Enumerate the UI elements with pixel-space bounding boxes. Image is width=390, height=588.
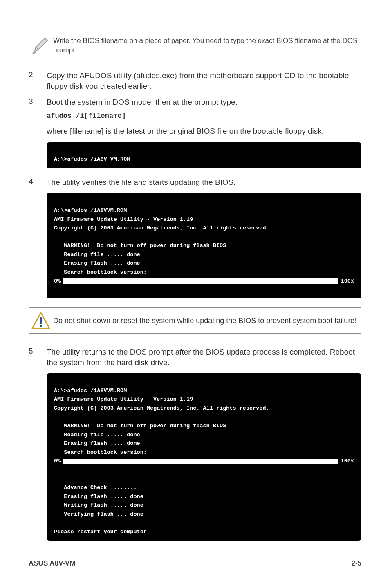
command-text: afudos /i[filename] bbox=[47, 112, 361, 121]
svg-point-1 bbox=[40, 325, 42, 327]
note-text: Write the BIOS filename on a piece of pa… bbox=[53, 36, 361, 55]
terminal-line: Copyright (C) 2003 American Megatrends, … bbox=[54, 405, 269, 411]
terminal-line: Writing flash ..... done bbox=[54, 502, 143, 508]
terminal-line: AMI Firmware Update Utility - Version 1.… bbox=[54, 216, 193, 222]
warning-icon bbox=[29, 312, 53, 329]
terminal-line: Erasing flash .... done bbox=[54, 260, 140, 266]
step-text: Boot the system in DOS mode, then at the… bbox=[47, 97, 361, 136]
step-3-where: where [filename] is the latest or the or… bbox=[47, 126, 361, 137]
terminal-line: Reading file ..... done bbox=[54, 432, 140, 438]
step-number: 4. bbox=[29, 177, 47, 188]
step-number: 5. bbox=[29, 347, 47, 368]
terminal-line: Please restart your computer bbox=[54, 529, 147, 535]
step-5: 5. The utility returns to the DOS prompt… bbox=[29, 347, 361, 368]
progress-left: 0% bbox=[54, 277, 61, 286]
progress-bar bbox=[63, 459, 338, 464]
terminal-line: A:\>afudos /iA8VVM.ROM bbox=[54, 388, 127, 394]
terminal-line: Verifying flash ... done bbox=[54, 511, 143, 517]
footer-product: ASUS A8V-VM bbox=[29, 559, 76, 568]
warning-text: Do not shut down or reset the system whi… bbox=[53, 316, 361, 325]
footer-page: 2-5 bbox=[351, 559, 361, 568]
terminal-line: WARNING!! Do not turn off power during f… bbox=[54, 242, 226, 249]
terminal-line: Reading file ..... done bbox=[54, 251, 140, 258]
step-number: 2. bbox=[29, 70, 47, 91]
step-text: Copy the AFUDOS utility (afudos.exe) fro… bbox=[47, 70, 361, 91]
terminal-output-2: A:\>afudos /iA8VVM.ROM AMI Firmware Upda… bbox=[47, 193, 361, 298]
terminal-line: Erasing flash ..... done bbox=[54, 494, 143, 500]
step-number: 3. bbox=[29, 97, 47, 136]
progress-right: 100% bbox=[341, 277, 354, 286]
page-footer: ASUS A8V-VM 2-5 bbox=[29, 557, 361, 568]
terminal-line: Advance Check ........ bbox=[54, 485, 137, 491]
terminal-output-1: A:\>afudos /iA8V-VM.ROM bbox=[47, 142, 361, 168]
terminal-line: Copyright (C) 2003 American Megatrends, … bbox=[54, 225, 269, 231]
terminal-output-3: A:\>afudos /iA8VVM.ROM AMI Firmware Upda… bbox=[47, 373, 361, 541]
terminal-line: A:\>afudos /iA8V-VM.ROM bbox=[54, 156, 130, 162]
step-3-text: Boot the system in DOS mode, then at the… bbox=[47, 97, 361, 108]
progress-line: 0%100% bbox=[54, 457, 354, 466]
progress-left: 0% bbox=[54, 457, 61, 466]
pencil-icon bbox=[29, 36, 53, 55]
warning-callout: Do not shut down or reset the system whi… bbox=[29, 307, 361, 334]
terminal-line: Search bootblock version: bbox=[54, 449, 147, 456]
step-text: The utility verifies the file and starts… bbox=[47, 177, 361, 188]
note-callout: Write the BIOS filename on a piece of pa… bbox=[29, 33, 361, 58]
terminal-line: A:\>afudos /iA8VVM.ROM bbox=[54, 207, 127, 213]
step-2: 2. Copy the AFUDOS utility (afudos.exe) … bbox=[29, 70, 361, 91]
progress-right: 100% bbox=[341, 457, 354, 466]
step-4: 4. The utility verifies the file and sta… bbox=[29, 177, 361, 188]
progress-line: 0%100% bbox=[54, 277, 354, 286]
progress-bar bbox=[63, 278, 338, 284]
terminal-line: Erasing flash .... done bbox=[54, 440, 140, 447]
terminal-line: WARNING!! Do not turn off power during f… bbox=[54, 423, 226, 429]
step-text: The utility returns to the DOS prompt af… bbox=[47, 347, 361, 368]
terminal-line: AMI Firmware Update Utility - Version 1.… bbox=[54, 396, 193, 402]
step-3: 3. Boot the system in DOS mode, then at … bbox=[29, 97, 361, 136]
terminal-line: Search bootblock version: bbox=[54, 269, 147, 275]
